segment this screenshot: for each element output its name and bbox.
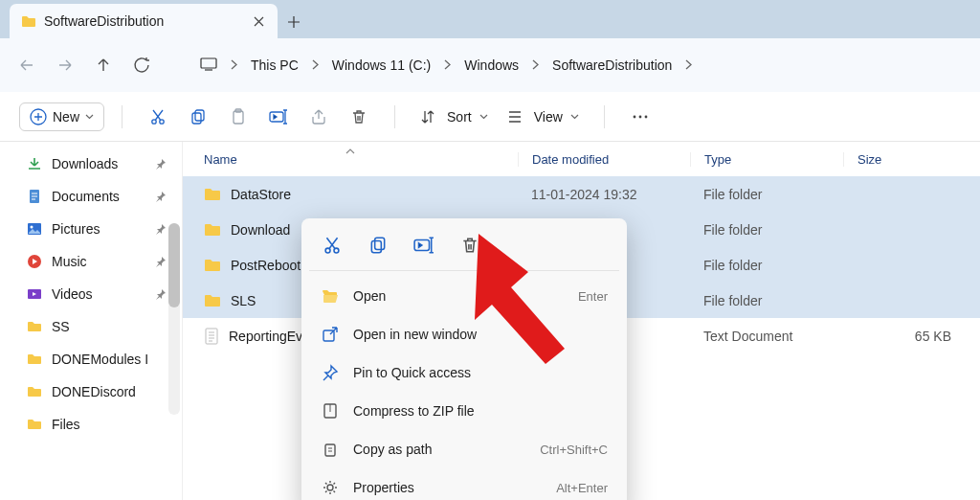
paste-button[interactable] (220, 99, 256, 135)
sort-button[interactable]: Sort (412, 105, 496, 128)
breadcrumb-item[interactable]: Windows 11 (C:) (326, 54, 436, 77)
document-icon (27, 189, 42, 204)
sidebar-item-donemodules-i[interactable]: DONEModules I (21, 343, 182, 375)
sidebar-item-downloads[interactable]: Downloads (21, 148, 182, 180)
sidebar-item-label: Files (52, 417, 80, 432)
chevron-right-icon[interactable] (225, 59, 243, 70)
pin-icon (321, 363, 340, 382)
sidebar-item-ss[interactable]: SS (21, 310, 182, 343)
svg-point-11 (644, 115, 647, 118)
sidebar-item-label: Pictures (52, 221, 100, 237)
ctx-properties-label: Properties (353, 480, 543, 495)
sidebar-item-label: DONEDiscord (52, 384, 136, 399)
ctx-pin-quick-access[interactable]: Pin to Quick access (309, 353, 619, 392)
copy-path-icon (321, 440, 340, 459)
svg-rect-17 (206, 329, 217, 344)
ctx-open-new-window[interactable]: Open in new window (309, 315, 619, 353)
forward-button[interactable] (46, 46, 84, 84)
column-type[interactable]: Type (690, 152, 843, 167)
column-date[interactable]: Date modified (518, 152, 690, 167)
sidebar-item-videos[interactable]: Videos (21, 278, 182, 310)
file-name: SLS (231, 293, 256, 308)
close-tab-button[interactable] (251, 13, 266, 29)
ctx-properties[interactable]: Properties Alt+Enter (309, 468, 619, 500)
svg-rect-25 (325, 444, 335, 456)
svg-point-3 (160, 119, 164, 123)
file-type: Text Document (690, 329, 843, 344)
column-name[interactable]: Name (183, 152, 518, 167)
sidebar-item-files[interactable]: Files (21, 408, 182, 441)
context-menu: Open Enter Open in new window Pin to Qui… (301, 218, 627, 500)
view-button[interactable]: View (500, 105, 587, 128)
sidebar-item-music[interactable]: Music (21, 245, 182, 278)
folder-icon (204, 222, 221, 238)
sidebar-item-donediscord[interactable]: DONEDiscord (21, 375, 182, 408)
pc-icon[interactable] (194, 56, 223, 75)
file-row[interactable]: DataStore11-01-2024 19:32File folder (183, 176, 980, 212)
nav-bar: This PC Windows 11 (C:) Windows Software… (0, 38, 980, 92)
new-tab-button[interactable] (278, 6, 310, 38)
new-button[interactable]: New (19, 102, 104, 131)
svg-point-26 (327, 485, 333, 490)
file-name: ReportingEv (229, 329, 302, 344)
ctx-compress-zip[interactable]: Compress to ZIP file (309, 392, 619, 430)
cut-button[interactable] (140, 99, 176, 135)
chevron-down-icon (85, 114, 94, 120)
chevron-right-icon[interactable] (679, 59, 698, 70)
ctx-rename-button[interactable] (411, 232, 437, 259)
breadcrumb-item[interactable]: This PC (245, 54, 304, 77)
folder-icon (204, 258, 221, 273)
breadcrumb-item[interactable]: Windows (458, 54, 524, 77)
sidebar-scrollbar-thumb[interactable] (168, 223, 180, 307)
separator (394, 105, 395, 128)
chevron-right-icon[interactable] (438, 59, 457, 70)
new-label: New (53, 109, 79, 125)
ctx-open-kb: Enter (578, 289, 608, 304)
ctx-properties-kb: Alt+Enter (556, 481, 608, 495)
ctx-zip-label: Compress to ZIP file (353, 403, 608, 419)
column-size[interactable]: Size (843, 152, 980, 167)
delete-button[interactable] (341, 99, 377, 135)
more-button[interactable] (622, 99, 658, 135)
ctx-cut-button[interactable] (319, 232, 345, 259)
sidebar-item-documents[interactable]: Documents (21, 180, 182, 213)
music-icon (27, 254, 42, 269)
svg-rect-6 (234, 111, 243, 124)
svg-rect-4 (192, 113, 201, 124)
sort-caret-icon (345, 148, 355, 154)
tab-title: SoftwareDistribution (44, 13, 251, 29)
ctx-delete-button[interactable] (457, 232, 483, 259)
svg-point-18 (325, 248, 330, 253)
plus-circle-icon (30, 108, 47, 125)
up-button[interactable] (84, 46, 122, 84)
file-type: File folder (690, 258, 843, 273)
refresh-button[interactable] (122, 46, 161, 84)
zip-icon (321, 401, 340, 420)
svg-rect-21 (375, 238, 385, 249)
file-name: DataStore (231, 187, 291, 202)
view-list-icon (507, 109, 523, 125)
share-button[interactable] (301, 99, 337, 135)
folder-icon (27, 319, 42, 334)
download-icon (27, 156, 42, 171)
back-button[interactable] (8, 46, 46, 84)
sidebar-item-label: DONEModules I (52, 352, 148, 367)
copy-button[interactable] (180, 99, 216, 135)
separator (604, 105, 605, 128)
sort-label: Sort (447, 109, 472, 125)
context-quick-actions (309, 226, 619, 268)
ctx-copypath-kb: Ctrl+Shift+C (540, 443, 608, 457)
ctx-open[interactable]: Open Enter (309, 277, 619, 315)
ctx-copy-path[interactable]: Copy as path Ctrl+Shift+C (309, 430, 619, 468)
chevron-right-icon[interactable] (306, 59, 324, 70)
chevron-right-icon[interactable] (526, 59, 545, 70)
ctx-copy-button[interactable] (365, 232, 391, 259)
rename-button[interactable] (260, 99, 297, 135)
sidebar-item-label: Documents (52, 189, 120, 204)
nav-pane: DownloadsDocumentsPicturesMusicVideosSSD… (0, 142, 182, 500)
command-bar: New Sort View (0, 92, 980, 142)
breadcrumb-item[interactable]: SoftwareDistribution (546, 54, 678, 77)
sidebar-item-label: Music (52, 254, 87, 269)
window-tab[interactable]: SoftwareDistribution (10, 4, 278, 38)
sidebar-item-pictures[interactable]: Pictures (21, 213, 182, 245)
